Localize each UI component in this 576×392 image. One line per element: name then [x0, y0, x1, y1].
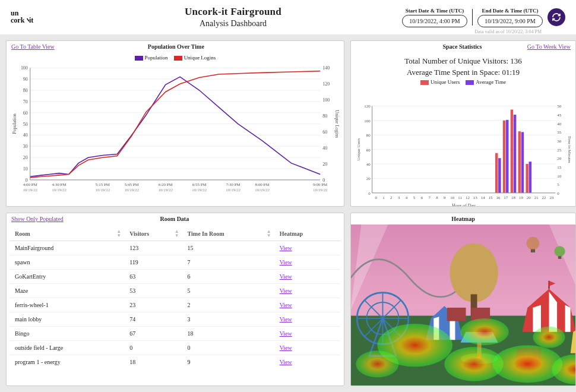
stats-chart: 0204060801001200510152025303540455001234…: [355, 86, 572, 206]
svg-text:0: 0: [368, 191, 371, 195]
svg-text:140: 140: [322, 65, 330, 71]
svg-text:4: 4: [406, 195, 408, 200]
cell-visitors: 0: [125, 341, 182, 355]
svg-text:6:20 PM: 6:20 PM: [159, 182, 173, 187]
svg-text:4:00 PM: 4:00 PM: [23, 182, 37, 187]
population-legend: Population Unique Logins: [10, 55, 340, 61]
date-range-controls: Start Date & Time (UTC) 10/19/2022, 4:00…: [402, 8, 565, 27]
cell-room: ferris-wheel-1: [10, 298, 125, 312]
unique-visitors-line: Total Number of Unique Visitors: 136: [355, 56, 572, 66]
sort-icon: ▲▼: [267, 229, 271, 238]
svg-text:18: 18: [511, 195, 515, 200]
svg-text:15: 15: [557, 165, 561, 169]
view-heatmap-link[interactable]: View: [280, 287, 292, 294]
room-data-table: Room▲▼ Visitors▲▼ Time In Room▲▼ Heatmap…: [10, 227, 340, 367]
cell-visitors: 63: [125, 270, 182, 284]
cell-room: Bingo: [10, 327, 125, 341]
svg-text:35: 35: [557, 130, 561, 134]
col-room[interactable]: Room▲▼: [10, 227, 125, 241]
view-heatmap-link[interactable]: View: [280, 302, 292, 308]
svg-rect-98: [495, 153, 498, 193]
svg-text:80: 80: [322, 113, 327, 119]
svg-rect-154: [558, 256, 561, 259]
svg-text:7: 7: [428, 195, 431, 200]
table-row: ferris-wheel-1232View: [10, 298, 340, 312]
view-heatmap-link[interactable]: View: [280, 273, 292, 280]
sort-icon: ▲▼: [116, 229, 121, 238]
svg-text:20: 20: [322, 162, 327, 167]
svg-text:5: 5: [413, 195, 416, 200]
table-row: spawn1197View: [10, 255, 340, 270]
svg-text:Hour of Day: Hour of Day: [452, 203, 476, 206]
svg-text:80: 80: [23, 88, 28, 93]
legend-unique-logins: Unique Logins: [184, 55, 216, 61]
svg-text:0: 0: [375, 195, 377, 200]
svg-text:17: 17: [504, 195, 508, 200]
view-heatmap-link[interactable]: View: [280, 259, 292, 265]
population-chart: 0102030405060708090100020406080100120140…: [10, 62, 340, 203]
col-visitors[interactable]: Visitors▲▼: [125, 227, 182, 241]
table-row: MainFairground12315View: [10, 241, 340, 255]
brand-logo: un cork it: [11, 5, 64, 29]
week-view-link[interactable]: Go To Week View: [527, 43, 571, 50]
view-heatmap-link[interactable]: View: [280, 245, 292, 251]
legend-average-time: Average Time: [476, 79, 506, 85]
view-heatmap-link[interactable]: View: [280, 316, 292, 323]
heatmap-card: Heatmap: [350, 213, 576, 386]
svg-text:80: 80: [366, 133, 371, 137]
table-row: Bingo6718View: [10, 327, 340, 341]
svg-rect-111: [529, 162, 532, 193]
cell-time: 6: [183, 270, 275, 284]
view-heatmap-link[interactable]: View: [280, 330, 292, 337]
svg-text:14: 14: [481, 195, 485, 200]
svg-text:8:00 PM: 8:00 PM: [255, 182, 269, 187]
svg-text:10/19/22: 10/19/22: [158, 188, 173, 192]
stats-card-title: Space Statistics: [397, 43, 527, 50]
cell-visitors: 53: [125, 284, 182, 298]
cell-room: spawn: [10, 255, 125, 270]
svg-text:0: 0: [557, 191, 559, 195]
cell-visitors: 119: [125, 255, 182, 270]
view-heatmap-link[interactable]: View: [280, 359, 292, 365]
svg-text:60: 60: [366, 148, 371, 152]
svg-text:10: 10: [23, 166, 28, 172]
end-date-picker[interactable]: 10/19/2022, 9:00 PM: [477, 15, 543, 27]
svg-point-153: [555, 246, 565, 257]
svg-rect-101: [503, 121, 506, 193]
svg-point-124: [450, 244, 498, 302]
population-over-time-card: Go To Table View Population Over Time Po…: [6, 40, 344, 207]
start-date-picker[interactable]: 10/19/2022, 4:00 PM: [402, 15, 467, 27]
svg-text:30: 30: [557, 139, 561, 143]
svg-text:Time in Minutes: Time in Minutes: [568, 136, 572, 163]
page-title: Uncork-it Fairground: [64, 6, 402, 18]
legend-unique-users: Unique Users: [431, 79, 460, 85]
data-asof-label: Data valid as of 10/20/22, 3:04 PM: [474, 29, 542, 34]
svg-text:10: 10: [450, 195, 454, 200]
cell-visitors: 123: [125, 241, 182, 255]
svg-text:10/19/22: 10/19/22: [313, 188, 328, 192]
refresh-button[interactable]: [547, 8, 565, 26]
cell-time: 5: [183, 284, 275, 298]
col-time[interactable]: Time In Room▲▼: [183, 227, 275, 241]
svg-text:50: 50: [23, 122, 28, 127]
view-heatmap-link[interactable]: View: [280, 344, 292, 351]
svg-text:120: 120: [364, 104, 371, 108]
room-data-card: Show Only Populated Room Data Room▲▼ Vis…: [6, 213, 344, 386]
table-view-link[interactable]: Go To Table View: [11, 43, 55, 50]
svg-text:60: 60: [322, 129, 327, 135]
cell-room: outside field - Large: [10, 341, 125, 355]
svg-text:20: 20: [23, 155, 28, 160]
show-populated-link[interactable]: Show Only Populated: [11, 216, 64, 222]
svg-text:20: 20: [366, 176, 371, 181]
svg-text:10/19/22: 10/19/22: [192, 188, 207, 192]
legend-population: Population: [145, 55, 168, 61]
svg-text:23: 23: [549, 195, 553, 200]
end-date-label: End Date & Time (UTC): [477, 8, 543, 14]
cell-room: MainFairground: [10, 241, 125, 255]
svg-text:cork: cork: [11, 16, 25, 24]
col-heatmap: Heatmap: [275, 227, 340, 241]
cell-time: 0: [183, 341, 275, 355]
svg-text:7:30 PM: 7:30 PM: [226, 182, 240, 187]
cell-heatmap: View: [275, 355, 340, 368]
app-header: un cork it Uncork-it Fairground Analysis…: [0, 0, 576, 34]
